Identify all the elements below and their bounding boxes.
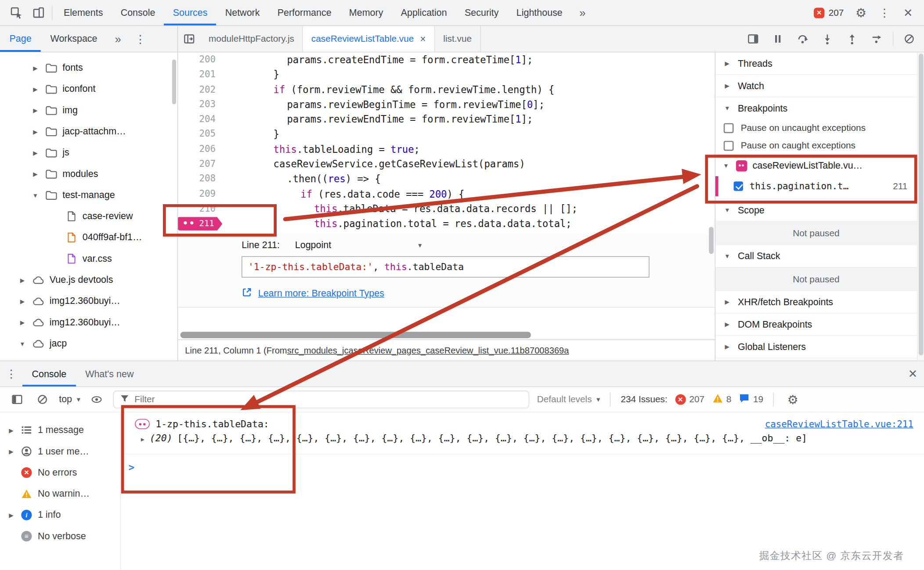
breakpoint-file-header[interactable]: ▼ •• caseReviewListTable.vu…	[715, 155, 917, 176]
section-threads[interactable]: ▶ Threads	[715, 52, 917, 74]
section-dom-breakpoints[interactable]: ▶ DOM Breakpoints	[715, 314, 917, 336]
close-tab-icon[interactable]: ✕	[420, 34, 426, 43]
toggle-console-sidebar-icon[interactable]	[8, 389, 26, 410]
line-number-209[interactable]: 209	[178, 187, 234, 202]
more-tabs-icon[interactable]: »	[571, 2, 594, 23]
settings-gear-icon[interactable]: ⚙	[850, 2, 872, 23]
tree-item-fonts[interactable]: ▶fonts	[0, 57, 177, 78]
console-filter-1-message[interactable]: ▶1 message	[0, 419, 120, 440]
line-number-203[interactable]: 203	[178, 97, 234, 112]
source-map-link[interactable]: src_modules_jcaseReview_pages_caseReview…	[287, 345, 569, 355]
chevron-right-icon[interactable]: ▶	[7, 427, 15, 433]
tree-item-img12-360buyi[interactable]: ▶img12.360buyi…	[0, 312, 177, 333]
line-number-202[interactable]: 202	[178, 82, 234, 97]
console-filter-1-user-me[interactable]: ▶1 user me…	[0, 441, 120, 462]
window-scrollbar[interactable]	[917, 52, 924, 361]
file-tab-casereviewlisttable-vue[interactable]: caseReviewListTable.vue✕	[303, 26, 435, 52]
pause-uncaught-checkbox[interactable]	[724, 123, 734, 133]
javascript-context-select[interactable]: top ▾	[59, 394, 80, 405]
console-filter-1-info[interactable]: ▶i1 info	[0, 505, 120, 526]
chevron-down-icon[interactable]: ▼	[31, 192, 40, 198]
chevron-right-icon[interactable]: ▶	[7, 448, 15, 455]
chevron-right-icon[interactable]: ▶	[31, 170, 40, 177]
breakpoint-entry[interactable]: this.pagination.t… 211	[715, 176, 917, 196]
error-count-badge[interactable]: ✕ 207	[809, 7, 848, 18]
toggle-debugger-sidebar-icon[interactable]	[742, 28, 764, 49]
close-drawer-icon[interactable]: ✕	[902, 363, 924, 384]
inspect-element-icon[interactable]	[5, 2, 27, 23]
error-filter-chip[interactable]: ✕ 207	[675, 394, 704, 405]
chevron-right-icon[interactable]: ▶	[31, 149, 40, 156]
toggle-navigator-icon[interactable]	[178, 28, 200, 49]
section-breakpoints[interactable]: ▼ Breakpoints	[715, 97, 917, 119]
section-global-listeners[interactable]: ▶ Global Listeners	[715, 336, 917, 358]
chevron-right-icon[interactable]: ▶	[31, 86, 40, 92]
tab-page[interactable]: Page	[0, 26, 41, 52]
pause-caught-checkbox[interactable]	[724, 141, 734, 151]
line-number-205[interactable]: 205	[178, 127, 234, 142]
filter-input[interactable]	[134, 394, 523, 405]
chevron-right-icon[interactable]: ▶	[18, 298, 27, 304]
editor-horizontal-scrollbar[interactable]	[178, 331, 715, 339]
section-call-stack[interactable]: ▼ Call Stack	[715, 245, 917, 267]
tab-whats-new[interactable]: What's new	[76, 361, 143, 387]
log-source-link[interactable]: caseReviewListTable.vue:211	[765, 418, 913, 429]
close-devtools-icon[interactable]: ✕	[897, 2, 919, 23]
navigator-scrollbar[interactable]	[172, 60, 176, 105]
tab-console[interactable]: Console	[112, 0, 164, 25]
tab-sources[interactable]: Sources	[164, 0, 217, 25]
tree-item-modules[interactable]: ▶modules	[0, 163, 177, 184]
chevron-right-icon[interactable]: ▶	[31, 65, 40, 71]
logpoint-badge[interactable]: ••211	[178, 216, 234, 231]
issues-count[interactable]: 234 Issues:	[621, 394, 667, 405]
tab-console[interactable]: Console	[22, 361, 76, 387]
clear-console-icon[interactable]	[33, 389, 51, 410]
line-number-200[interactable]: 200	[178, 52, 234, 67]
message-filter-chip[interactable]: 19	[739, 393, 763, 406]
chevron-right-icon[interactable]: ▶	[7, 512, 15, 518]
editor-vertical-scrollbar[interactable]	[709, 227, 714, 254]
logpoint-expression-input[interactable]: '1-zp-this.tableData:', this.tableData	[242, 256, 650, 277]
section-xhr-breakpoints[interactable]: ▶ XHR/fetch Breakpoints	[715, 291, 917, 313]
console-settings-gear-icon[interactable]: ⚙	[784, 389, 801, 410]
chevron-right-icon[interactable]: ▶	[18, 277, 27, 283]
tab-performance[interactable]: Performance	[269, 0, 340, 25]
tree-item-img12-360buyi[interactable]: ▶img12.360buyi…	[0, 291, 177, 312]
line-number-210[interactable]: 210	[178, 202, 234, 216]
line-number-208[interactable]: 208	[178, 172, 234, 187]
scrollbar-thumb[interactable]	[919, 54, 924, 355]
tree-item-case-review[interactable]: case-review	[0, 206, 177, 227]
console-filter-no-verbose[interactable]: ≡No verbose	[0, 526, 120, 547]
navigator-menu-icon[interactable]: ⋮	[129, 28, 152, 49]
tab-lighthouse[interactable]: Lighthouse	[508, 0, 571, 25]
tree-item-img[interactable]: ▶img	[0, 100, 177, 121]
chevron-right-icon[interactable]: ▶	[31, 128, 40, 135]
tree-item-jacp-attachm[interactable]: ▶jacp-attachm…	[0, 121, 177, 142]
step-icon[interactable]	[866, 28, 888, 49]
tab-memory[interactable]: Memory	[340, 0, 392, 25]
section-scope[interactable]: ▼ Scope	[715, 199, 917, 221]
pause-script-icon[interactable]	[767, 28, 789, 49]
more-options-icon[interactable]: ⋮	[873, 2, 896, 23]
line-number-206[interactable]: 206	[178, 142, 234, 157]
tab-workspace[interactable]: Workspace	[41, 26, 107, 52]
live-expression-eye-icon[interactable]	[88, 389, 105, 410]
console-filter-no-errors[interactable]: ✕No errors	[0, 462, 120, 483]
chevron-right-icon[interactable]: ▶	[18, 319, 27, 326]
tree-item-jacp[interactable]: ▼jacp	[0, 333, 177, 354]
warning-filter-chip[interactable]: 8	[712, 393, 732, 405]
line-number-204[interactable]: 204	[178, 112, 234, 127]
tab-security[interactable]: Security	[456, 0, 508, 25]
scrollbar-thumb[interactable]	[180, 332, 531, 338]
tree-item-js[interactable]: ▶js	[0, 142, 177, 163]
tree-item-test-manage[interactable]: ▼test-manage	[0, 184, 177, 206]
section-watch[interactable]: ▶ Watch	[715, 75, 917, 97]
step-into-icon[interactable]	[816, 28, 838, 49]
line-number-201[interactable]: 201	[178, 67, 234, 82]
expand-triangle-icon[interactable]: ▶	[141, 436, 144, 443]
navigator-more-tabs-icon[interactable]: »	[107, 28, 129, 49]
drawer-menu-icon[interactable]: ⋮	[0, 363, 22, 384]
console-prompt[interactable]: >	[121, 455, 924, 473]
breakpoint-enabled-checkbox[interactable]	[734, 181, 743, 191]
log-level-select[interactable]: Default levels ▾	[537, 394, 600, 405]
